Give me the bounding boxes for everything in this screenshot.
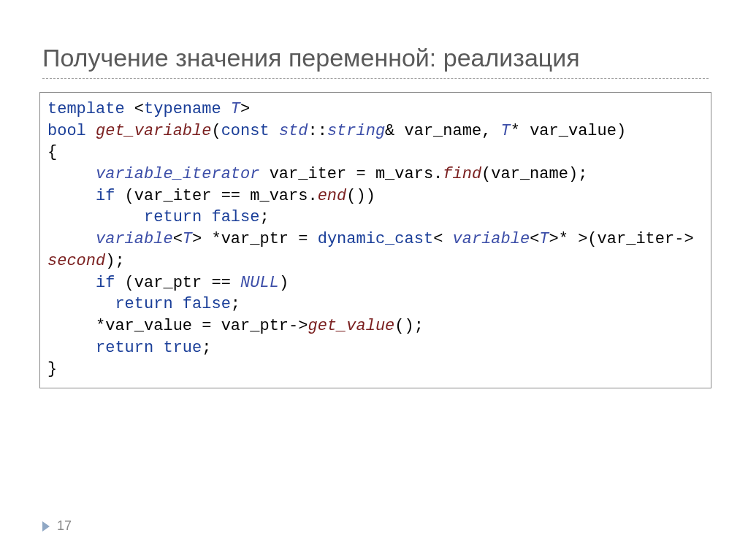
code-function: get_variable [96, 122, 211, 140]
code-indent [47, 208, 144, 226]
code-type: T [221, 100, 240, 118]
code-text: < [433, 230, 452, 248]
code-keyword: dynamic_cast [318, 230, 433, 248]
code-text: < [173, 230, 183, 248]
title-divider [42, 78, 709, 79]
code-text [270, 122, 279, 140]
code-text: ) [279, 274, 289, 292]
code-block: template <typename T> bool get_variable(… [39, 92, 711, 388]
code-text: ( [211, 122, 221, 140]
code-text: & var_name, [385, 122, 500, 140]
code-indent [47, 165, 96, 183]
code-text: ; [202, 339, 211, 357]
code-type: string [327, 122, 385, 140]
code-type: variable [453, 230, 530, 248]
code-text: < [125, 100, 144, 118]
code-text: var_iter = m_vars. [259, 165, 443, 183]
code-text: > [240, 100, 250, 118]
code-indent [47, 230, 96, 248]
slide-container: Получение значения переменной: реализаци… [0, 0, 748, 560]
code-type: variable_iterator [96, 165, 259, 183]
code-function: get_value [308, 317, 394, 335]
code-text: ()) [346, 187, 375, 205]
code-keyword: const [221, 122, 270, 140]
code-text: (var_iter == m_vars. [115, 187, 317, 205]
slide-footer: 17 [42, 518, 72, 534]
code-keyword: return true [96, 339, 202, 357]
code-text: *var_value = var_ptr-> [47, 317, 308, 335]
code-text: < [530, 230, 539, 248]
code-text: * var_value) [511, 122, 626, 140]
code-text: } [47, 360, 57, 378]
code-text: ; [259, 208, 269, 226]
code-indent [47, 339, 96, 357]
code-text: ); [105, 252, 124, 270]
footer-arrow-icon [42, 521, 50, 532]
code-keyword: return false [115, 295, 230, 313]
code-keyword: bool [47, 122, 86, 140]
code-type: T [183, 230, 192, 248]
code-type: T [501, 122, 511, 140]
slide-title: Получение значения переменной: реализаци… [37, 44, 711, 72]
code-keyword: if [96, 187, 115, 205]
code-keyword: if [96, 274, 115, 292]
code-function: end [318, 187, 347, 205]
code-type: T [539, 230, 549, 248]
page-number: 17 [57, 518, 72, 534]
code-text: :: [308, 122, 327, 140]
code-keyword: typename [144, 100, 221, 118]
code-type: std [279, 122, 308, 140]
code-text: (); [394, 317, 424, 335]
code-type: NULL [240, 274, 279, 292]
code-text: { [47, 143, 57, 161]
code-text [86, 122, 96, 140]
code-type: variable [96, 230, 173, 248]
code-text: (var_name); [481, 165, 587, 183]
code-text: (var_ptr == [115, 274, 240, 292]
code-indent [47, 187, 96, 205]
code-text: ; [231, 295, 240, 313]
code-function: second [47, 252, 105, 270]
code-function: find [443, 165, 481, 183]
code-keyword: return false [144, 208, 259, 226]
code-text: >* >(var_iter-> [549, 230, 694, 248]
code-text: > *var_ptr = [192, 230, 318, 248]
code-keyword: template [47, 100, 125, 118]
code-indent [47, 274, 96, 292]
code-indent [47, 295, 115, 313]
